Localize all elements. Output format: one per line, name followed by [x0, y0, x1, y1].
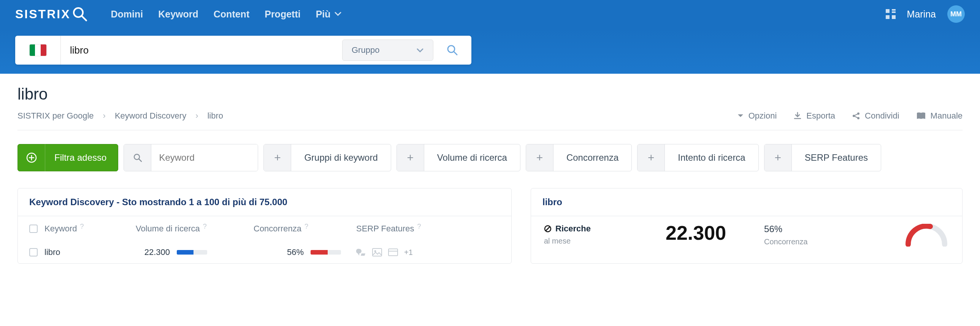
plus-icon: + [526, 145, 554, 171]
chevron-down-icon [416, 48, 424, 53]
table-header: Keyword? Volume di ricerca? Concorrenza?… [18, 216, 511, 241]
book-icon [916, 112, 926, 120]
crumb-row: SISTRIX per Google › Keyword Discovery ›… [18, 111, 963, 130]
col-volume[interactable]: Volume di ricerca [136, 224, 200, 234]
svg-rect-19 [372, 248, 382, 256]
crumb-discovery[interactable]: Keyword Discovery [115, 111, 186, 121]
detail-title: libro [531, 188, 962, 216]
keyword-filter-box [124, 144, 258, 171]
svg-line-18 [139, 159, 142, 162]
content-row: Keyword Discovery - Sto mostrando 1 a 10… [18, 188, 963, 264]
chevron-down-icon [334, 12, 341, 16]
searches-value: 22.300 [666, 221, 726, 244]
country-selector[interactable] [15, 36, 61, 65]
svg-rect-5 [886, 15, 889, 19]
crumb-current: libro [207, 111, 223, 121]
share-action[interactable]: Condividi [852, 111, 899, 121]
svg-line-13 [854, 116, 858, 118]
filter-now-button[interactable]: Filtra adesso [18, 144, 118, 171]
help-icon[interactable]: ? [304, 223, 308, 231]
export-label: Esporta [806, 111, 835, 121]
search-area: Gruppo [0, 28, 980, 74]
row-checkbox[interactable] [29, 248, 38, 256]
chip-label: Concorrenza [554, 145, 632, 171]
image-icon [372, 248, 382, 256]
search-box: Gruppo [15, 36, 471, 65]
svg-point-20 [374, 250, 376, 252]
search-button[interactable] [433, 36, 471, 65]
diameter-icon [544, 225, 552, 232]
competition-label: Concorrenza [764, 237, 863, 246]
chevron-right-icon: › [196, 111, 198, 121]
chip-serp-features[interactable]: +SERP Features [764, 144, 881, 171]
chip-label: SERP Features [792, 145, 881, 171]
share-icon [852, 112, 860, 120]
manual-label: Manuale [931, 111, 963, 121]
avatar[interactable]: MM [947, 5, 965, 23]
nav-piu[interactable]: Più [316, 9, 341, 20]
svg-line-1 [82, 16, 86, 21]
plus-icon: + [397, 145, 424, 171]
share-label: Condividi [865, 111, 899, 121]
nav-keyword[interactable]: Keyword [158, 9, 199, 20]
gauge-icon [904, 224, 949, 246]
search-icon [124, 145, 151, 171]
chip-search-intent[interactable]: +Intento di ricerca [637, 144, 758, 171]
svg-line-8 [454, 52, 457, 55]
svg-line-12 [854, 114, 858, 116]
options-action[interactable]: Opzioni [737, 111, 777, 121]
nav-right: Marina MM [886, 5, 965, 23]
extra-count[interactable]: +1 [404, 248, 413, 257]
stats-row: Ricerche al mese 22.300 56% Concorrenza [531, 216, 962, 254]
competition-value: 56% [764, 224, 863, 234]
nav-links: Domini Keyword Content Progetti Più [111, 9, 341, 20]
table-heading: Keyword Discovery - Sto mostrando 1 a 10… [18, 188, 511, 216]
crumb-root[interactable]: SISTRIX per Google [18, 111, 94, 121]
nav-progetti[interactable]: Progetti [264, 9, 300, 20]
stat-sub-searches: al mese [544, 237, 643, 245]
export-action[interactable]: Esporta [793, 111, 835, 121]
page-actions: Opzioni Esporta Condividi Manuale [737, 111, 963, 121]
keyword-filter-input[interactable] [151, 145, 258, 171]
caret-down-icon [737, 114, 744, 118]
plus-circle-icon [18, 144, 45, 171]
chip-keyword-groups[interactable]: +Gruppi di keyword [263, 144, 391, 171]
col-keyword[interactable]: Keyword [45, 224, 77, 234]
chip-label: Volume di ricerca [424, 145, 520, 171]
cell-keyword: libro [45, 247, 132, 257]
group-select[interactable]: Gruppo [342, 40, 433, 61]
keyword-table-panel: Keyword Discovery - Sto mostrando 1 a 10… [18, 188, 512, 264]
keyword-detail-panel: libro Ricerche al mese 22.300 56% Concor… [531, 188, 963, 264]
search-input[interactable] [61, 36, 342, 65]
col-serp[interactable]: SERP Features [356, 224, 414, 234]
chip-competition[interactable]: +Concorrenza [526, 144, 632, 171]
manual-action[interactable]: Manuale [916, 111, 963, 121]
nav-piu-label: Più [316, 9, 331, 20]
help-icon[interactable]: ? [203, 223, 207, 231]
plus-icon: + [638, 145, 665, 171]
select-all-checkbox[interactable] [29, 224, 38, 233]
filter-now-label: Filtra adesso [54, 153, 107, 163]
apps-icon[interactable] [886, 9, 896, 19]
flag-it-icon [30, 45, 46, 56]
col-competition[interactable]: Concorrenza [253, 224, 301, 234]
svg-rect-2 [886, 9, 889, 13]
options-label: Opzioni [748, 111, 777, 121]
chip-search-volume[interactable]: +Volume di ricerca [396, 144, 520, 171]
nav-content[interactable]: Content [214, 9, 249, 20]
logo[interactable]: SISTRIX [15, 6, 88, 22]
help-icon[interactable]: ? [80, 223, 84, 231]
filter-row: Filtra adesso +Gruppi di keyword +Volume… [18, 144, 963, 171]
plus-icon: + [264, 145, 291, 171]
group-label: Gruppo [352, 45, 379, 55]
username[interactable]: Marina [907, 9, 936, 20]
top-nav: SISTRIX Domini Keyword Content Progetti … [0, 0, 980, 28]
competition-bar [310, 250, 341, 254]
search-icon [447, 45, 458, 56]
nav-domini[interactable]: Domini [111, 9, 143, 20]
help-icon[interactable]: ? [417, 223, 421, 231]
table-row[interactable]: libro 22.300 56% +1 [18, 241, 511, 263]
volume-bar [177, 250, 207, 254]
page-body: libro SISTRIX per Google › Keyword Disco… [0, 74, 980, 275]
card-icon [388, 248, 398, 256]
